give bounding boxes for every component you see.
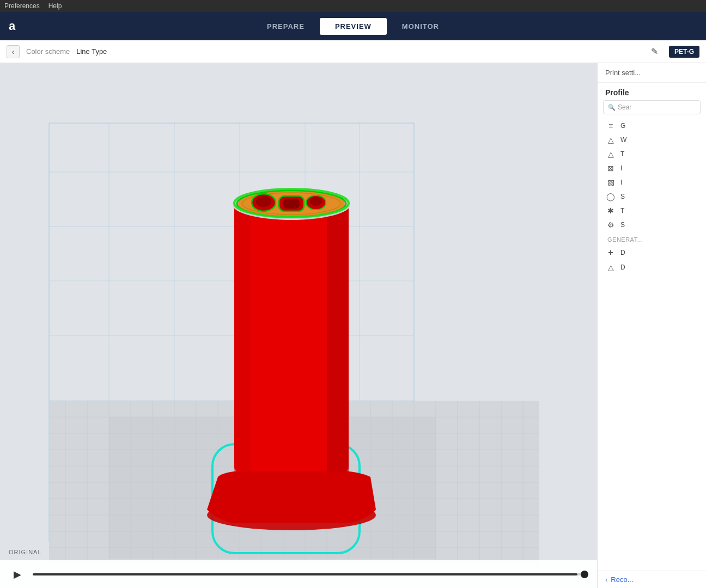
- profile-icon-8: ⚙: [605, 220, 616, 229]
- progress-fill: [33, 573, 577, 575]
- profile-name-8: S: [620, 221, 625, 229]
- back-button[interactable]: ‹: [7, 45, 20, 58]
- profile-name-2: W: [620, 136, 626, 144]
- bottom-label: ORIGINAL: [9, 549, 42, 555]
- profile-item-7[interactable]: ✱ T: [600, 204, 704, 218]
- tab-monitor[interactable]: MONITOR: [387, 18, 454, 35]
- right-panel: Print setti... Profile 🔍 Sear ≡ G △ W △ …: [597, 63, 706, 588]
- generated-separator: Generat...: [600, 232, 704, 245]
- svg-rect-46: [109, 417, 436, 559]
- app-title: a: [9, 19, 16, 33]
- svg-point-61: [310, 197, 322, 206]
- profile-icon-1: ≡: [605, 121, 616, 130]
- tab-prepare[interactable]: PREPARE: [252, 18, 320, 35]
- profile-icon-5: ▧: [605, 178, 616, 187]
- profile-icon-4: ⊠: [605, 164, 616, 173]
- edit-button[interactable]: ✎: [647, 44, 662, 59]
- footer-label: Reco...: [611, 575, 633, 584]
- toolbar: ‹ Color scheme Line Type ✎ PET-G: [0, 40, 706, 63]
- svg-point-57: [256, 196, 271, 207]
- play-button[interactable]: ▶: [9, 566, 26, 583]
- color-scheme-value: Line Type: [76, 47, 107, 56]
- progress-handle[interactable]: [581, 571, 588, 578]
- svg-point-53: [237, 191, 346, 217]
- playbar: ▶: [0, 560, 597, 588]
- color-scheme-label: Color scheme: [26, 47, 70, 56]
- main-area: ORIGINAL ▶ Print setti... Profile 🔍 Sear…: [0, 63, 706, 588]
- profile-name-1: G: [620, 122, 625, 130]
- menu-bar: Preferences Help: [0, 0, 706, 12]
- search-placeholder: Sear: [618, 103, 631, 111]
- profile-item-6[interactable]: ◯ S: [600, 189, 704, 204]
- profile-name-7: T: [620, 207, 624, 215]
- generated-name-2: D: [620, 264, 625, 271]
- profile-item-1[interactable]: ≡ G: [600, 119, 704, 133]
- profile-name-3: T: [620, 150, 624, 158]
- profile-name-6: S: [620, 193, 625, 200]
- svg-point-62: [234, 189, 349, 217]
- profile-item-8[interactable]: ⚙ S: [600, 218, 704, 232]
- svg-point-60: [306, 195, 326, 210]
- tab-preview[interactable]: PREVIEW: [320, 18, 387, 35]
- chevron-left-icon: ‹: [605, 575, 607, 584]
- profile-item-3[interactable]: △ T: [600, 147, 704, 161]
- profile-search-box[interactable]: 🔍 Sear: [603, 100, 701, 114]
- svg-rect-47: [212, 444, 360, 553]
- generated-icon-2: △: [605, 263, 616, 272]
- search-icon: 🔍: [608, 104, 616, 111]
- profile-icon-3: △: [605, 150, 616, 158]
- generated-item-1[interactable]: + D: [600, 245, 704, 260]
- svg-rect-0: [0, 63, 597, 588]
- svg-point-52: [233, 189, 350, 220]
- progress-bar[interactable]: [33, 573, 588, 575]
- nav-bar: a PREPARE PREVIEW MONITOR: [0, 12, 706, 40]
- svg-rect-14: [49, 401, 539, 564]
- profile-section-title: Profile: [598, 83, 706, 100]
- menu-help[interactable]: Help: [48, 2, 62, 10]
- generated-name-1: D: [620, 249, 625, 256]
- profile-item-2[interactable]: △ W: [600, 133, 704, 147]
- svg-rect-58: [279, 196, 304, 211]
- profile-item-4[interactable]: ⊠ I: [600, 161, 704, 175]
- svg-point-56: [252, 194, 276, 211]
- svg-rect-59: [283, 199, 300, 209]
- menu-preferences[interactable]: Preferences: [4, 2, 40, 10]
- material-badge: PET-G: [669, 46, 699, 58]
- print-settings-header: Print setti...: [598, 63, 706, 83]
- nav-tabs: PREPARE PREVIEW MONITOR: [252, 18, 454, 35]
- profile-name-4: I: [620, 164, 622, 172]
- profile-list: ≡ G △ W △ T ⊠ I ▧ I ◯ S: [598, 119, 706, 571]
- svg-rect-49: [234, 205, 349, 471]
- svg-point-55: [238, 191, 345, 216]
- svg-point-48: [207, 500, 376, 530]
- profile-icon-6: ◯: [605, 192, 616, 201]
- generated-item-2[interactable]: △ D: [600, 260, 704, 274]
- profile-icon-7: ✱: [605, 206, 616, 215]
- svg-rect-51: [234, 205, 251, 471]
- profile-name-5: I: [620, 179, 622, 186]
- recommended-footer[interactable]: ‹ Reco...: [598, 571, 706, 588]
- generated-icon-1: +: [605, 248, 616, 258]
- svg-point-54: [242, 193, 340, 215]
- profile-icon-2: △: [605, 136, 616, 144]
- viewport[interactable]: ORIGINAL ▶: [0, 63, 597, 588]
- svg-rect-50: [327, 205, 349, 471]
- profile-item-5[interactable]: ▧ I: [600, 175, 704, 189]
